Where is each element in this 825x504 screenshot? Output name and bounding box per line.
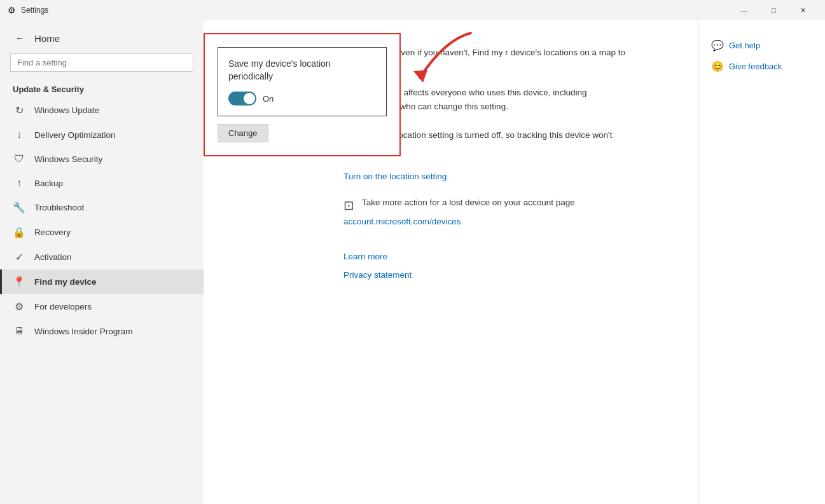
sidebar-item-label: Backup <box>34 179 63 188</box>
titlebar-controls: — □ ✕ <box>730 0 817 20</box>
sidebar-item-windows-insider[interactable]: 🖥 Windows Insider Program <box>0 319 204 343</box>
bottom-links: Learn more Privacy statement <box>343 252 672 280</box>
close-button[interactable]: ✕ <box>788 0 817 20</box>
sidebar-item-windows-security[interactable]: 🛡 Windows Security <box>0 147 204 171</box>
give-feedback-icon: 😊 <box>711 60 724 72</box>
troubleshoot-icon: 🔧 <box>13 201 25 214</box>
minimize-button[interactable]: — <box>730 0 759 20</box>
delivery-optimization-icon: ↓ <box>13 129 25 140</box>
get-help-icon: 💬 <box>711 39 724 51</box>
sidebar-item-activation[interactable]: ✓ Activation <box>0 245 204 269</box>
search-input[interactable] <box>10 53 193 72</box>
toggle-row: On <box>228 92 376 106</box>
sidebar-item-troubleshoot[interactable]: 🔧 Troubleshoot <box>0 195 204 220</box>
ms-account-link[interactable]: account.microsoft.com/devices <box>343 217 672 226</box>
arrow-annotation <box>382 27 483 93</box>
sidebar-item-label: Windows Security <box>34 154 102 164</box>
sidebar: ← Home Update & Security ↻ Windows Updat… <box>0 20 204 504</box>
windows-insider-icon: 🖥 <box>13 325 25 337</box>
device-action-row: ⊡ Take more action for a lost device on … <box>343 196 672 213</box>
sidebar-item-label: Recovery <box>34 228 71 237</box>
sidebar-item-windows-update[interactable]: ↻ Windows Update <box>0 98 204 123</box>
give-feedback-link[interactable]: 😊 Give feedback <box>711 60 812 72</box>
for-developers-icon: ⚙ <box>13 301 25 313</box>
highlight-popup: Save my device's location periodically O… <box>204 33 401 156</box>
device-icon: ⊡ <box>343 198 354 213</box>
windows-update-icon: ↻ <box>13 104 25 116</box>
privacy-link[interactable]: Privacy statement <box>343 270 672 280</box>
change-button[interactable]: Change <box>218 124 268 142</box>
sidebar-item-delivery-optimization[interactable]: ↓ Delivery Optimization <box>0 123 204 147</box>
device-action-text: Take more action for a lost device on yo… <box>362 196 575 209</box>
sidebar-item-for-developers[interactable]: ⚙ For developers <box>0 294 204 319</box>
titlebar: ⚙ Settings — □ ✕ <box>0 0 825 20</box>
sidebar-item-backup[interactable]: ↑ Backup <box>0 171 204 195</box>
settings-icon: ⚙ <box>8 5 16 15</box>
maximize-button[interactable]: □ <box>759 0 788 20</box>
sidebar-header: ← Home <box>0 20 204 51</box>
sidebar-item-recovery[interactable]: 🔒 Recovery <box>0 220 204 245</box>
popup-label: Save my device's location periodically <box>228 58 376 83</box>
sidebar-item-label: Find my device <box>34 277 97 287</box>
popup-inner: Save my device's location periodically O… <box>218 47 387 116</box>
svg-marker-0 <box>413 70 427 83</box>
app-body: ← Home Update & Security ↻ Windows Updat… <box>0 20 825 504</box>
location-toggle[interactable] <box>228 92 256 106</box>
home-label: Home <box>34 33 60 44</box>
sidebar-item-label: For developers <box>34 302 92 311</box>
right-panel: 💬 Get help 😊 Give feedback <box>698 20 825 504</box>
sidebar-item-label: Activation <box>34 252 72 262</box>
titlebar-left: ⚙ Settings <box>8 5 48 15</box>
sidebar-item-label: Windows Insider Program <box>34 327 133 336</box>
titlebar-title: Settings <box>21 6 48 15</box>
sidebar-item-find-my-device[interactable]: 📍 Find my device <box>0 269 204 294</box>
get-help-label: Get help <box>729 41 760 50</box>
section-label: Update & Security <box>0 77 204 98</box>
find-my-device-icon: 📍 <box>13 276 25 288</box>
recovery-icon: 🔒 <box>13 226 25 238</box>
activation-icon: ✓ <box>13 251 25 263</box>
backup-icon: ↑ <box>13 177 25 189</box>
sidebar-item-label: Delivery Optimization <box>34 130 116 140</box>
learn-more-link[interactable]: Learn more <box>343 252 672 261</box>
back-button[interactable]: ← <box>13 31 27 46</box>
windows-security-icon: 🛡 <box>13 153 25 165</box>
give-feedback-label: Give feedback <box>729 62 782 71</box>
main-content: Save my device's location periodically O… <box>204 20 698 504</box>
turn-on-location-link[interactable]: Turn on the location setting <box>343 172 672 181</box>
sidebar-item-label: Windows Update <box>34 106 99 115</box>
toggle-state-label: On <box>263 94 274 104</box>
get-help-link[interactable]: 💬 Get help <box>711 39 812 51</box>
sidebar-item-label: Troubleshoot <box>34 203 84 212</box>
